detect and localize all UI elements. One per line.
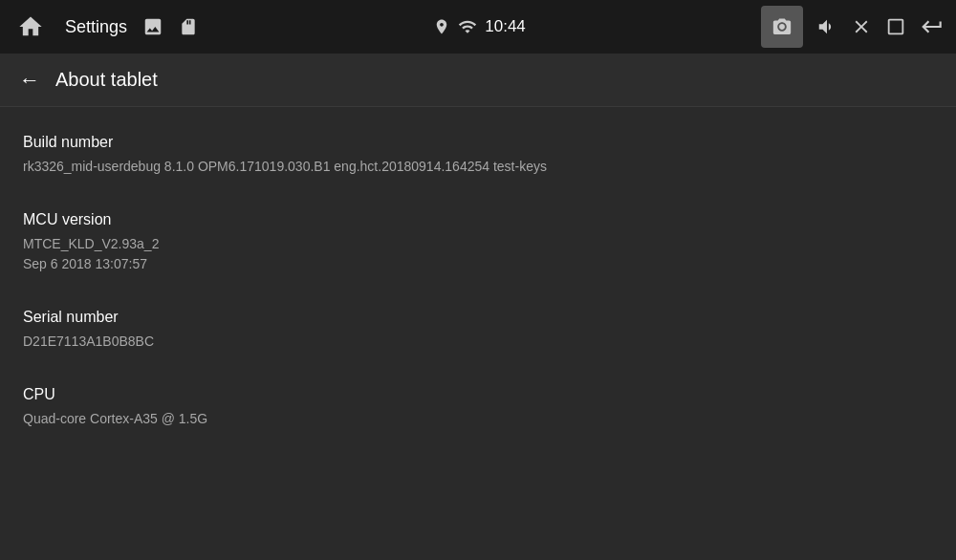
list-item: MCU version MTCE_KLD_V2.93a_2 Sep 6 2018… (0, 194, 956, 291)
home-icon (17, 13, 44, 40)
status-bar-left: Settings (11, 8, 198, 46)
window-icon[interactable] (885, 16, 906, 37)
content-area: Build number rk3326_mid-userdebug 8.1.0 … (0, 107, 956, 456)
list-item: Serial number D21E7113A1B0B8BC (0, 291, 956, 369)
time-display: 10:44 (485, 17, 526, 36)
x-icon[interactable] (851, 16, 872, 37)
build-number-label: Build number (23, 134, 933, 151)
cpu-label: CPU (23, 386, 933, 403)
camera-icon (771, 16, 793, 37)
camera-button[interactable] (761, 6, 803, 48)
build-number-value: rk3326_mid-userdebug 8.1.0 OPM6.171019.0… (23, 157, 933, 177)
volume-icon[interactable] (816, 16, 837, 37)
return-icon[interactable] (920, 14, 945, 39)
serial-number-label: Serial number (23, 309, 933, 326)
status-bar-right (761, 6, 945, 48)
mcu-version-line2: Sep 6 2018 13:07:57 (23, 256, 147, 271)
status-bar: Settings 10:44 (0, 0, 956, 54)
cpu-value: Quad-core Cortex-A35 @ 1.5G (23, 409, 933, 429)
location-icon (433, 18, 450, 35)
list-item: CPU Quad-core Cortex-A35 @ 1.5G (0, 369, 956, 446)
back-button[interactable]: ← (19, 68, 40, 93)
sd-card-icon (179, 17, 198, 36)
mcu-version-label: MCU version (23, 211, 933, 228)
mcu-version-line1: MTCE_KLD_V2.93a_2 (23, 236, 159, 251)
status-bar-center: 10:44 (433, 17, 526, 36)
app-title: Settings (65, 17, 127, 37)
sub-header: ← About tablet (0, 54, 956, 107)
serial-number-value: D21E7113A1B0B8BC (23, 332, 933, 352)
page-title: About tablet (55, 69, 158, 91)
wifi-icon (458, 17, 477, 36)
mcu-version-value: MTCE_KLD_V2.93a_2 Sep 6 2018 13:07:57 (23, 234, 933, 274)
gallery-icon (142, 16, 163, 37)
list-item: Build number rk3326_mid-userdebug 8.1.0 … (0, 117, 956, 194)
home-button[interactable] (11, 8, 50, 46)
